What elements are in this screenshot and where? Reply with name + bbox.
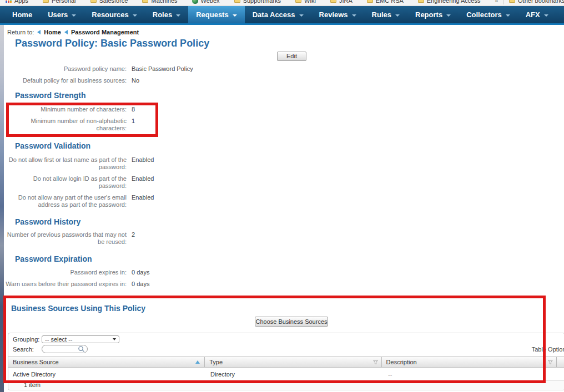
- folder-icon: [330, 0, 336, 3]
- table-options-link[interactable]: Table Options: [532, 346, 564, 353]
- nav-label: Home: [12, 11, 32, 19]
- breadcrumb-link-password-management[interactable]: Password Management: [71, 29, 139, 35]
- bookmark-label: Other bookmarks: [518, 0, 564, 4]
- nav-label: Reports: [415, 11, 442, 19]
- column-header-type[interactable]: Type: [205, 357, 381, 367]
- field-label: Minimum number of characters:: [4, 106, 127, 113]
- password-history-fields: Number of previous passwords that may no…: [4, 231, 135, 250]
- nav-label: AFX: [526, 11, 540, 19]
- bookmark-supportmarks[interactable]: Supportmarks: [234, 0, 281, 4]
- column-header-business-source[interactable]: Business Source: [8, 357, 205, 367]
- bookmark-engineering-access[interactable]: Engineering Access: [418, 0, 481, 4]
- column-header-sliver: [557, 357, 564, 367]
- chevron-down-icon: [233, 14, 237, 17]
- other-bookmarks[interactable]: Other bookmarks: [509, 0, 564, 4]
- nav-item-reviews[interactable]: Reviews: [311, 6, 364, 23]
- field-label: Do not allow first or last name as part …: [4, 156, 127, 171]
- cell-type: Directory: [206, 371, 384, 378]
- password-expiration-fields: Password expires in: 0 days Warn users b…: [4, 269, 149, 292]
- field-label: Do not allow login ID as part of the pas…: [4, 175, 127, 190]
- folder-icon: [418, 0, 424, 3]
- folder-icon: [43, 0, 49, 3]
- nav-item-afx[interactable]: AFX: [518, 6, 556, 23]
- nav-item-reports[interactable]: Reports: [407, 6, 459, 23]
- field-warn-users: Warn users before their password expires…: [4, 281, 149, 288]
- nav-item-rules[interactable]: Rules: [364, 6, 407, 23]
- chevron-down-icon: [133, 14, 137, 17]
- bookmark-label: EMC RSA: [376, 0, 404, 4]
- filter-icon: [373, 360, 378, 365]
- nav-item-admin[interactable]: Admin: [556, 6, 564, 23]
- section-password-validation: Password Validation: [15, 141, 90, 150]
- field-policy-name: Password policy name: Basic Password Pol…: [4, 65, 193, 73]
- search-input[interactable]: [42, 345, 88, 353]
- field-previous-passwords: Number of previous passwords that may no…: [4, 231, 135, 246]
- column-label: Business Source: [13, 359, 59, 365]
- grouping-selected-value: -- select --: [45, 336, 73, 343]
- nav-item-resources[interactable]: Resources: [84, 6, 144, 23]
- business-sources-panel: Grouping: -- select -- Search: Table Opt…: [8, 333, 564, 390]
- summary-fields: Password policy name: Basic Password Pol…: [4, 65, 193, 89]
- field-label: Minimum number of non-alphabetic charact…: [4, 118, 127, 132]
- section-password-history: Password History: [15, 217, 80, 226]
- bookmark-label: Personal: [52, 0, 75, 4]
- field-value: Enabled: [132, 175, 154, 190]
- bookmarks-overflow-chevrons[interactable]: »: [495, 0, 497, 4]
- nav-item-data-access[interactable]: Data Access: [245, 6, 311, 23]
- password-strength-fields: Minimum number of characters: 8 Minimum …: [4, 106, 135, 136]
- chevron-down-icon: [72, 14, 76, 17]
- window-edge: [0, 6, 4, 392]
- chevron-down-icon: [299, 14, 304, 17]
- grouping-select[interactable]: -- select --: [42, 335, 119, 343]
- breadcrumb-link-home[interactable]: Home: [44, 29, 61, 35]
- nav-item-home[interactable]: Home: [4, 6, 40, 23]
- bookmark-emc-rsa[interactable]: EMC RSA: [367, 0, 404, 4]
- column-header-description[interactable]: Description: [382, 357, 557, 367]
- table-header: Business Source Type Description: [8, 357, 564, 368]
- section-business-sources: Business Sources Using This Policy: [11, 304, 145, 313]
- bookmark-label: Webex: [201, 0, 220, 4]
- table-footer-count: 1 item: [8, 381, 564, 390]
- field-value: Basic Password Policy: [132, 65, 193, 73]
- table-row[interactable]: Active Directory Directory --: [8, 368, 564, 381]
- breadcrumb-arrow-icon: [64, 30, 68, 34]
- folder-icon: [509, 0, 515, 3]
- search-icon: [78, 345, 85, 353]
- bookmark-jira[interactable]: JIRA: [330, 0, 352, 4]
- field-value: 1: [132, 118, 135, 132]
- filter-icon: [548, 360, 553, 365]
- bookmark-label: Machines: [151, 0, 177, 4]
- nav-item-requests[interactable]: Requests: [188, 6, 245, 23]
- folder-icon: [367, 0, 373, 3]
- edit-button[interactable]: Edit: [277, 52, 306, 61]
- chevron-down-icon: [113, 338, 116, 340]
- bookmark-salesforce[interactable]: Salesforce: [90, 0, 128, 4]
- folder-icon: [142, 0, 148, 3]
- bookmark-apps[interactable]: Apps: [6, 0, 28, 4]
- bookmark-label: Wiki: [304, 0, 316, 4]
- chevron-down-icon: [176, 14, 180, 17]
- choose-business-sources-button[interactable]: Choose Business Sources: [255, 317, 328, 327]
- nav-item-users[interactable]: Users: [40, 6, 84, 23]
- field-min-non-alphabetic: Minimum number of non-alphabetic charact…: [4, 118, 135, 132]
- field-value: 2: [132, 231, 135, 246]
- nav-item-collectors[interactable]: Collectors: [459, 6, 518, 23]
- chevron-down-icon: [395, 14, 400, 17]
- bookmark-machines[interactable]: Machines: [142, 0, 177, 4]
- nav-item-roles[interactable]: Roles: [145, 6, 188, 23]
- field-default-policy: Default policy for all business sources:…: [4, 77, 193, 84]
- section-password-expiration: Password Expiration: [15, 254, 92, 263]
- bookmark-label: Salesforce: [99, 0, 128, 4]
- chevron-down-icon: [352, 14, 356, 17]
- bookmark-personal[interactable]: Personal: [43, 0, 75, 4]
- bookmark-label: Apps: [14, 0, 28, 4]
- cell-description: --: [384, 371, 560, 378]
- bookmark-wiki[interactable]: Wiki: [295, 0, 316, 4]
- password-validation-fields: Do not allow first or last name as part …: [4, 156, 154, 213]
- main-nav: Home Users Resources Roles Requests Data…: [0, 6, 564, 25]
- field-label: Password expires in:: [4, 269, 127, 276]
- column-label: Type: [209, 359, 223, 365]
- field-value: 8: [132, 106, 135, 113]
- sort-ascending-icon: [195, 360, 200, 364]
- bookmark-webex[interactable]: Webex: [192, 0, 220, 4]
